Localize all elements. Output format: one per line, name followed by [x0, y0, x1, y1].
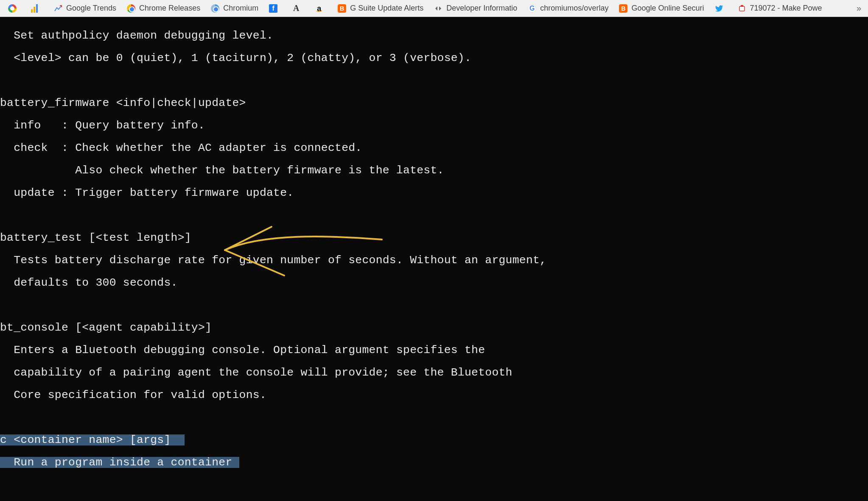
terminal-output[interactable]: Set authpolicy daemon debugging level. <…	[0, 17, 868, 501]
terminal-line: battery_test [<test length>]	[0, 232, 868, 244]
bookmarks-bar: Google Trends Chrome Releases Chromium f…	[0, 0, 868, 17]
chrome-icon	[126, 4, 136, 13]
svg-rect-3	[741, 5, 743, 7]
arrow-annotation-icon	[221, 220, 390, 280]
google-g-icon: G	[527, 4, 537, 13]
twitter-icon	[714, 4, 724, 13]
svg-marker-1	[439, 6, 441, 11]
bookmark-label: Developer Informatio	[446, 4, 517, 13]
letter-a-icon: A	[291, 4, 301, 13]
facebook-icon: f	[269, 4, 278, 13]
terminal-line	[0, 300, 868, 311]
terminal-line: defaults to 300 seconds.	[0, 277, 868, 289]
blogger-icon: B	[619, 4, 628, 13]
svg-rect-2	[739, 6, 745, 11]
bookmark-item-chromium[interactable]: Chromium	[206, 2, 263, 15]
bookmark-item-trends[interactable]: Google Trends	[49, 2, 120, 15]
bookmark-item-chrome-releases[interactable]: Chrome Releases	[122, 2, 204, 15]
opera-icon	[8, 4, 17, 13]
bookmark-item-1[interactable]	[26, 2, 48, 15]
analytics-icon	[31, 4, 40, 13]
terminal-line: bt_console [<agent capability>]	[0, 322, 868, 334]
terminal-line	[0, 479, 868, 491]
bookmark-item-chromiumos[interactable]: G chromiumos/overlay	[523, 2, 613, 15]
bookmark-item-twitter[interactable]	[710, 2, 731, 15]
trends-icon	[53, 4, 63, 13]
bookmark-item-0[interactable]	[3, 2, 25, 15]
bookmark-item-gsuite[interactable]: B G Suite Update Alerts	[333, 2, 428, 15]
terminal-line: Core specification for valid options.	[0, 390, 868, 401]
terminal-line: info : Query battery info.	[0, 120, 868, 131]
bookmark-item-bug[interactable]: 719072 - Make Powe	[733, 2, 826, 15]
terminal-line-highlighted: c <container name> [args]	[0, 434, 868, 446]
bookmark-item-security[interactable]: B Google Online Securi	[614, 2, 708, 15]
bookmarks-overflow-button[interactable]: »	[853, 2, 865, 15]
bookmark-label: Chromium	[223, 4, 258, 13]
terminal-line: Also check whether the battery firmware …	[0, 165, 868, 176]
terminal-line: check : Check whether the AC adapter is …	[0, 142, 868, 154]
terminal-line: battery_firmware <info|check|update>	[0, 97, 868, 109]
chevron-double-right-icon: »	[857, 3, 861, 13]
selected-text: Run a program inside a container	[0, 457, 239, 468]
bookmark-label: 719072 - Make Powe	[750, 4, 822, 13]
bookmark-item-amazon[interactable]: a	[310, 2, 331, 15]
bookmark-item-devinfo[interactable]: Developer Informatio	[429, 2, 521, 15]
svg-marker-0	[435, 6, 437, 11]
blogger-icon: B	[337, 4, 347, 13]
bookmark-label: Google Online Securi	[631, 4, 704, 13]
terminal-line: capability of a pairing agent the consol…	[0, 367, 868, 379]
bookmark-label: chromiumos/overlay	[540, 4, 608, 13]
terminal-line: <level> can be 0 (quiet), 1 (taciturn), …	[0, 53, 868, 64]
terminal-line-highlighted: Run a program inside a container	[0, 457, 868, 468]
gdev-icon	[434, 4, 443, 13]
terminal-line	[0, 75, 868, 86]
terminal-line: Enters a Bluetooth debugging console. Op…	[0, 345, 868, 356]
terminal-line: update : Trigger battery firmware update…	[0, 187, 868, 199]
terminal-line: Tests battery discharge rate for given n…	[0, 255, 868, 266]
bookmark-label: G Suite Update Alerts	[350, 4, 423, 13]
bookmark-item-a[interactable]: A	[287, 2, 308, 15]
terminal-line: Set authpolicy daemon debugging level.	[0, 30, 868, 42]
bookmark-label: Chrome Releases	[139, 4, 200, 13]
chromium-icon	[210, 4, 220, 13]
terminal-line	[0, 210, 868, 221]
bug-icon	[737, 4, 747, 13]
bookmark-item-fb[interactable]: f	[264, 2, 286, 15]
terminal-line	[0, 412, 868, 423]
selected-text: c <container name> [args]	[0, 434, 185, 446]
amazon-icon: a	[314, 4, 324, 13]
bookmark-label: Google Trends	[66, 4, 116, 13]
